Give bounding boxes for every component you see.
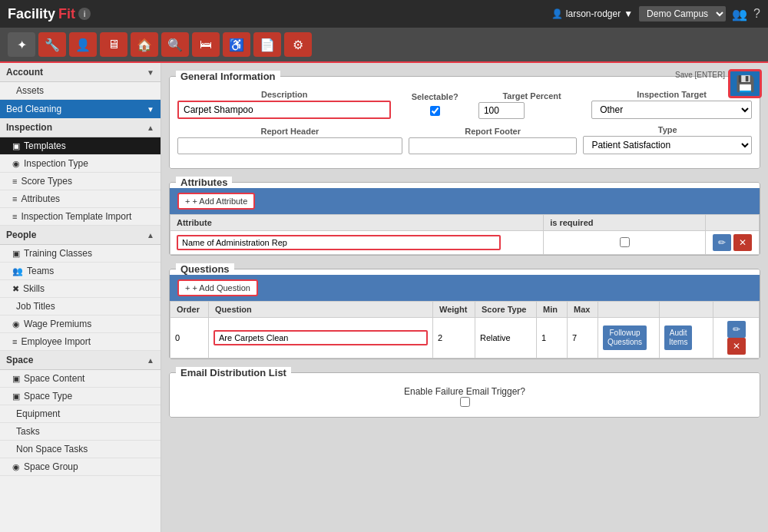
top-right-nav: 👤 larson-rodger ▼ Demo Campus 👥 ? xyxy=(551,6,760,21)
add-question-label: + Add Question xyxy=(192,283,250,292)
target-percent-input[interactable] xyxy=(478,102,525,119)
add-question-plus: + xyxy=(185,283,190,292)
report-header-field: Report Header xyxy=(177,127,402,154)
email-body: Enable Failure Email Trigger? xyxy=(170,378,760,417)
user-name: larson-rodger xyxy=(566,8,621,19)
save-hint: Save [ENTER] xyxy=(675,71,725,79)
question-actions-cell: ✏ ✕ xyxy=(713,318,760,359)
toolbar-home-icon[interactable]: 🏠 xyxy=(131,32,158,57)
attribute-edit-button[interactable]: ✏ xyxy=(713,234,731,251)
attribute-required-cell xyxy=(544,231,706,255)
attribute-name-input[interactable] xyxy=(177,235,501,250)
question-max-cell: 7 xyxy=(568,318,598,359)
toolbar-accessible-icon[interactable]: ♿ xyxy=(223,32,250,57)
sidebar-item-job-titles[interactable]: Job Titles xyxy=(0,298,161,316)
question-edit-button[interactable]: ✏ xyxy=(727,321,746,338)
assets-label: Assets xyxy=(16,85,44,96)
add-question-button[interactable]: + + Add Question xyxy=(177,279,258,296)
sidebar-item-non-space-tasks[interactable]: Non Space Tasks xyxy=(0,441,161,458)
sidebar-section-account[interactable]: Account ▼ xyxy=(0,63,161,82)
description-label: Description xyxy=(177,90,391,99)
attribute-required-checkbox[interactable] xyxy=(620,237,630,247)
inspection-target-select[interactable]: Other xyxy=(591,101,752,119)
followup-questions-button[interactable]: FollowupQuestions xyxy=(603,325,647,350)
logo-info-icon[interactable]: i xyxy=(78,8,91,20)
add-attribute-plus: + xyxy=(185,197,190,206)
question-delete-button[interactable]: ✕ xyxy=(727,338,746,355)
sidebar-item-template-import[interactable]: ≡ Inspection Template Import xyxy=(0,208,161,226)
selectable-field: Selectable? xyxy=(397,92,472,119)
sidebar-item-space-content[interactable]: ▣ Space Content xyxy=(0,370,161,388)
description-input[interactable] xyxy=(177,101,391,119)
logo: FacilityFit i xyxy=(8,6,91,22)
selectable-checkbox[interactable] xyxy=(430,106,440,116)
toolbar-doc-icon[interactable]: 📄 xyxy=(253,32,281,57)
sidebar-item-templates[interactable]: ▣ Templates xyxy=(0,137,161,155)
sidebar-item-assets[interactable]: Assets xyxy=(0,82,161,100)
type-select[interactable]: Patient Satisfaction xyxy=(583,136,752,154)
sidebar-item-inspection-type[interactable]: ◉ Inspection Type xyxy=(0,155,161,173)
attributes-section: Attributes + + Add Attribute Attribute i… xyxy=(169,177,760,256)
toolbar-monitor-icon[interactable]: 🖥 xyxy=(100,32,127,57)
toolbar-people-icon[interactable]: 👤 xyxy=(69,32,97,57)
sidebar-section-bedcleaning[interactable]: Bed Cleaning ▼ xyxy=(0,100,161,118)
report-header-input[interactable] xyxy=(177,137,402,154)
email-trigger-checkbox[interactable] xyxy=(460,397,470,407)
user-dropdown-arrow: ▼ xyxy=(624,8,633,19)
sidebar-item-space-group[interactable]: ◉ Space Group xyxy=(0,458,161,476)
sidebar-account-label: Account xyxy=(6,67,43,78)
sidebar-item-teams[interactable]: 👥 Teams xyxy=(0,263,161,280)
sidebar-item-space-type[interactable]: ▣ Space Type xyxy=(0,388,161,405)
col-q-actions xyxy=(713,302,760,318)
teams-label: Teams xyxy=(27,266,54,276)
sidebar-item-attributes[interactable]: ≡ Attributes xyxy=(0,190,161,208)
sidebar-item-equipment[interactable]: Equipment xyxy=(0,405,161,423)
col-order: Order xyxy=(170,302,209,318)
questions-header-row: Order Question Weight Score Type Min Max xyxy=(170,302,760,318)
sidebar-subsection-space[interactable]: Space ▲ xyxy=(0,351,161,370)
user-menu[interactable]: 👤 larson-rodger ▼ xyxy=(551,8,633,19)
description-field: Description xyxy=(177,90,391,119)
target-percent-field: Target Percent xyxy=(478,91,585,119)
attribute-actions-cell: ✏ ✕ xyxy=(706,231,760,255)
template-import-icon: ≡ xyxy=(12,212,17,221)
sidebar-item-employee-import[interactable]: ≡ Employee Import xyxy=(0,333,161,351)
toolbar-settings-icon[interactable]: ⚙ xyxy=(284,32,312,57)
question-text-input[interactable] xyxy=(214,330,428,345)
question-followup-cell: FollowupQuestions xyxy=(598,318,660,359)
sidebar-item-training-classes[interactable]: ▣ Training Classes xyxy=(0,245,161,263)
sidebar-subsection-people[interactable]: People ▲ xyxy=(0,226,161,245)
inspection-type-icon: ◉ xyxy=(12,159,20,169)
col-score-type: Score Type xyxy=(475,302,537,318)
toolbar-search-icon[interactable]: 🔍 xyxy=(161,32,189,57)
sidebar-subsection-inspection[interactable]: Inspection ▲ xyxy=(0,118,161,137)
report-footer-input[interactable] xyxy=(409,137,578,154)
sidebar-item-wage-premiums[interactable]: ◉ Wage Premiums xyxy=(0,316,161,333)
help-icon[interactable]: ? xyxy=(753,7,760,21)
toolbar-star-icon[interactable]: ✦ xyxy=(8,32,35,57)
sidebar-item-tasks[interactable]: Tasks xyxy=(0,423,161,441)
toolbar-wrench-icon[interactable]: 🔧 xyxy=(38,32,66,57)
team-icon[interactable]: 👥 xyxy=(732,7,747,21)
wage-premiums-icon: ◉ xyxy=(12,319,20,329)
col-question: Question xyxy=(209,302,433,318)
sidebar-item-score-types[interactable]: ≡ Score Types xyxy=(0,173,161,190)
toolbar-bed-icon[interactable]: 🛏 xyxy=(192,32,220,57)
space-type-label: Space Type xyxy=(24,391,72,401)
sidebar-item-skills[interactable]: ✖ Skills xyxy=(0,280,161,298)
attribute-delete-button[interactable]: ✕ xyxy=(733,234,752,251)
attribute-name-cell xyxy=(170,231,544,255)
space-content-icon: ▣ xyxy=(12,374,20,384)
col-attribute: Attribute xyxy=(170,215,544,231)
col-min: Min xyxy=(537,302,568,318)
teams-icon: 👥 xyxy=(12,266,23,276)
general-info-body: Description Selectable? Target Percent xyxy=(170,82,760,168)
wage-premiums-label: Wage Premiums xyxy=(24,319,91,329)
bedcleaning-arrow: ▼ xyxy=(147,105,154,114)
campus-select[interactable]: Demo Campus xyxy=(639,6,726,21)
report-footer-label: Report Footer xyxy=(409,127,578,136)
audit-items-button[interactable]: AuditItems xyxy=(664,325,692,350)
save-button[interactable]: 💾 xyxy=(728,69,762,98)
add-attribute-button[interactable]: + + Add Attribute xyxy=(177,193,255,210)
space-arrow: ▲ xyxy=(147,356,154,365)
